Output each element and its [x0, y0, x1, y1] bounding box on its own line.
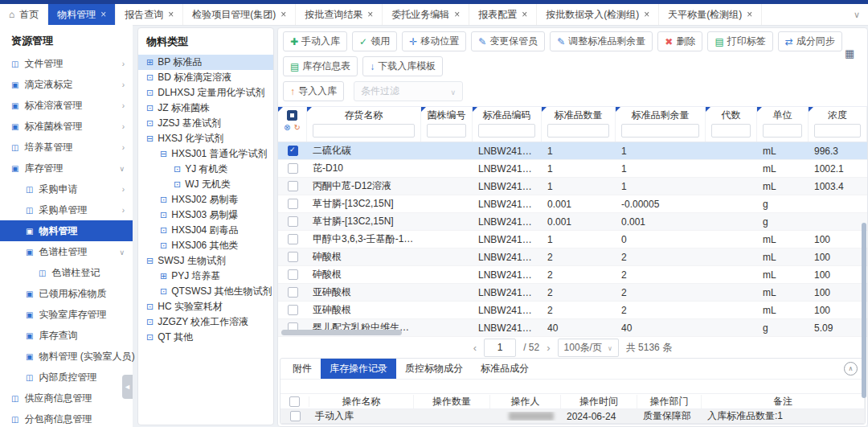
column-header-standard-qty[interactable]: 标准品数量	[542, 107, 616, 142]
sidebar-item-inventory-management[interactable]: 库存管理	[0, 158, 133, 179]
tab-close-icon[interactable]	[522, 9, 527, 20]
detail-column-remark[interactable]: 备注	[702, 395, 865, 409]
component-sync-button[interactable]: ⇄成分同步	[778, 31, 842, 51]
tree-item-qt-other[interactable]: QT 其他	[138, 330, 273, 345]
filter-generation-input[interactable]	[711, 124, 751, 138]
tree-item-bp-standard[interactable]: BP 标准品	[138, 55, 273, 70]
tree-item-hxsj06-other[interactable]: HXSJ06 其他类	[138, 238, 273, 253]
table-row[interactable]: 亚砷酸根LNBW24123022mL100	[278, 302, 867, 319]
tab-close-icon[interactable]	[168, 9, 174, 20]
tab-inspection-project-management[interactable]: 检验项目管理(集团)	[183, 4, 296, 25]
filter-unit-input[interactable]	[763, 124, 802, 138]
filter-standard-code-input[interactable]	[478, 124, 535, 138]
sidebar-item-standard-solution-management[interactable]: 标准溶液管理	[0, 95, 133, 116]
column-header-standard-remaining[interactable]: 标准品剩余量	[616, 107, 706, 142]
tab-close-icon[interactable]	[454, 9, 460, 20]
detail-tab-attachments[interactable]: 附件	[284, 359, 321, 379]
row-checkbox[interactable]	[288, 305, 298, 315]
sidebar-item-chromatography-column-management[interactable]: 色谱柱管理	[0, 241, 133, 262]
detail-column-operation-time[interactable]: 操作时间	[561, 395, 637, 409]
tab-close-icon[interactable]	[644, 9, 649, 20]
filter-inventory-name-input[interactable]	[313, 124, 415, 138]
row-checkbox[interactable]	[288, 234, 298, 244]
sidebar-item-subcontractor-info-management[interactable]: 分包商信息管理	[0, 409, 133, 427]
tree-item-jz-standard-strain[interactable]: JZ 标准菌株	[138, 101, 273, 116]
row-checkbox[interactable]	[288, 252, 298, 262]
requisition-button[interactable]: ✓领用	[352, 31, 397, 51]
sidebar-item-standard-strain-management[interactable]: 标准菌株管理	[0, 116, 133, 137]
table-row[interactable]: 砷酸根LNBW24123222mL100	[278, 266, 867, 284]
sidebar-item-culture-medium-management[interactable]: 培养基管理	[0, 137, 133, 158]
sidebar-item-material-management-lab-staff[interactable]: 物料管理 (实验室人员)	[0, 346, 133, 367]
detail-tab-inventory-operation-log[interactable]: 库存操作记录	[321, 359, 396, 379]
detail-column-operation-qty[interactable]: 操作数量	[414, 395, 490, 409]
import-inbound-button[interactable]: ↑导入入库	[283, 81, 344, 101]
tab-batch-query-results[interactable]: 按批查询结果	[296, 4, 383, 25]
tab-close-icon[interactable]	[100, 9, 106, 20]
detail-tab-qc-standard-components[interactable]: 质控标物成分	[396, 359, 472, 379]
vertical-scrollbar[interactable]	[862, 223, 866, 398]
tree-item-dlhxsj-quantitative-reagent[interactable]: DLHXSJ 定量用化学试剂	[138, 85, 273, 101]
tab-balance-weighing[interactable]: 天平称量(检测组)	[659, 4, 762, 25]
horizontal-scrollbar[interactable]	[281, 330, 402, 335]
detail-column-operator[interactable]: 操作人	[490, 395, 561, 409]
select-all-checkbox[interactable]	[287, 110, 297, 121]
sidebar-item-chromatography-column-registration[interactable]: 色谱柱登记	[0, 262, 133, 283]
row-checkbox[interactable]	[288, 287, 298, 298]
detail-select-all-checkbox[interactable]	[289, 396, 300, 407]
table-row[interactable]: 二硫化碳LNBW24123811mL996.3	[278, 142, 867, 160]
row-checkbox[interactable]	[288, 216, 298, 227]
tab-close-icon[interactable]	[367, 9, 373, 20]
table-row[interactable]: 甲醇中3,6,3-壬基酚-13C6LNBW24123310mL100	[278, 231, 867, 248]
tree-item-qtswsj-other-biological[interactable]: QTSWSJ 其他生物试剂	[138, 284, 273, 299]
row-checkbox[interactable]	[288, 146, 298, 156]
sidebar-item-lab-inventory-management[interactable]: 实验室库存管理	[0, 304, 133, 325]
move-location-button[interactable]: ✛移动位置	[402, 31, 466, 51]
filter-standard-qty-input[interactable]	[547, 124, 609, 138]
table-row[interactable]: 亚砷酸根LNBW24122922mL100	[278, 284, 867, 302]
sidebar-item-file-management[interactable]: 文件管理	[0, 53, 133, 74]
manual-inbound-button[interactable]: ✚手动入库	[283, 31, 347, 51]
detail-table-row[interactable]: 手动入库 2024-06-24 质量保障部 入库标准品数量:1	[280, 409, 865, 424]
tree-item-hxsj04-highly-toxic[interactable]: HXSJ04 剧毒品	[138, 223, 273, 238]
row-checkbox[interactable]	[288, 199, 298, 209]
prev-page-icon[interactable]	[473, 342, 477, 354]
tree-item-hxsj02-drug-precursor[interactable]: HXSJ02 易制毒	[138, 192, 273, 207]
tree-item-hxsj-chemical-reagent[interactable]: HXSJ 化学试剂	[138, 131, 273, 146]
table-settings-icon[interactable]	[845, 47, 859, 60]
tree-item-pyj-culture-medium[interactable]: PYJ 培养基	[138, 269, 273, 284]
condition-filter-select[interactable]: 条件过滤	[354, 81, 463, 101]
tab-report-config[interactable]: 报表配置	[469, 4, 537, 25]
sidebar-item-material-management[interactable]: 物料管理	[0, 220, 133, 241]
clear-filter-icon[interactable]	[284, 123, 290, 132]
sidebar-collapse-handle[interactable]	[122, 375, 133, 399]
sidebar-item-supplier-info-management[interactable]: 供应商信息管理	[0, 388, 133, 409]
detail-row-checkbox[interactable]	[290, 411, 301, 421]
collapse-panel-icon[interactable]	[844, 362, 858, 376]
tree-item-yj-organic[interactable]: YJ 有机类	[138, 162, 273, 177]
change-custodian-button[interactable]: ✎变更保管员	[471, 31, 545, 51]
print-label-button[interactable]: ▤打印标签	[707, 31, 772, 51]
filter-standard-remaining-input[interactable]	[621, 124, 699, 138]
page-number-input[interactable]	[484, 339, 516, 357]
tab-batch-data-entry[interactable]: 按批数据录入(检测组)	[537, 4, 659, 25]
row-checkbox[interactable]	[288, 163, 298, 174]
next-page-icon[interactable]	[547, 342, 550, 354]
detail-column-operation-name[interactable]: 操作名称	[309, 395, 414, 409]
page-size-select[interactable]: 100条/页	[558, 339, 619, 357]
table-row[interactable]: 草甘膦-[13C2,15N]LNBW2412340.001-0.00005g	[278, 195, 867, 213]
delete-button[interactable]: ✖删除	[657, 31, 702, 51]
adjust-remaining-button[interactable]: ✎调整标准品剩余量	[550, 31, 653, 51]
filter-concentration-input[interactable]	[814, 124, 861, 138]
tree-item-hxsj03-explosive-precursor[interactable]: HXSJ03 易制爆	[138, 207, 273, 223]
column-header-inventory-name[interactable]: 存货名称	[307, 107, 421, 142]
tab-entrusted-business-edit[interactable]: 委托业务编辑	[383, 4, 469, 25]
tab-report-query[interactable]: 报告查询	[116, 4, 183, 25]
tab-close-icon[interactable]	[280, 9, 286, 20]
detail-column-operation-dept[interactable]: 操作部门	[637, 395, 702, 409]
column-header-concentration[interactable]: 浓度	[809, 107, 867, 142]
tree-item-bd-titration-solution[interactable]: BD 标准滴定溶液	[138, 70, 273, 85]
tab-close-icon[interactable]	[747, 9, 752, 20]
tree-item-hc-lab-consumables[interactable]: HC 实验室耗材	[138, 299, 273, 314]
column-header-unit[interactable]: 单位	[757, 107, 809, 142]
